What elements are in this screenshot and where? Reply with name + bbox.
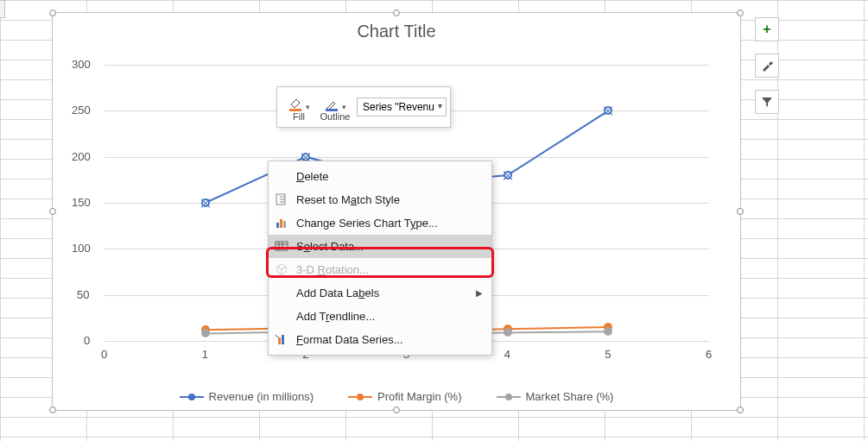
ctx-add-data-labels[interactable]: Add Data Labels ▶	[269, 281, 491, 305]
legend-label: Market Share (%)	[526, 390, 614, 403]
chart-styles-button[interactable]	[755, 54, 779, 78]
y-tick-label: 0	[84, 334, 90, 347]
chart-elements-button[interactable]: +	[755, 17, 779, 41]
resize-handle[interactable]	[49, 9, 56, 16]
bar-chart-icon	[274, 215, 289, 230]
ctx-add-trendline[interactable]: Add Trendline...	[269, 305, 491, 328]
legend[interactable]: Revenue (in millions) Profit Margin (%) …	[53, 390, 740, 403]
x-tick-label: 6	[706, 348, 712, 361]
format-series-icon	[274, 331, 289, 347]
series-selector[interactable]: Series "Revenu	[357, 98, 447, 117]
ctx-label: Add Trendline...	[296, 310, 375, 323]
ctx-reset-style[interactable]: Reset to Match Style	[269, 188, 491, 211]
ctx-change-chart-type[interactable]: Change Series Chart Type...	[269, 211, 491, 235]
resize-handle[interactable]	[393, 9, 400, 16]
ctx-format-data-series[interactable]: Format Data Series...	[269, 328, 491, 351]
x-tick-label: 0	[101, 348, 107, 361]
reset-icon	[274, 192, 289, 207]
outline-button[interactable]: ▾ Outline	[317, 91, 353, 123]
data-point-revenue[interactable]	[201, 198, 210, 207]
plus-icon: +	[763, 22, 770, 37]
context-menu: Delete Reset to Match Style Change Serie…	[268, 161, 492, 356]
ctx-3d-rotation: 3-D Rotation...	[269, 258, 491, 281]
svg-rect-6	[276, 242, 288, 250]
data-point-share[interactable]	[201, 329, 210, 337]
resize-handle[interactable]	[49, 406, 56, 413]
ctx-label: Delete	[296, 170, 329, 183]
legend-marker-icon	[348, 396, 372, 398]
legend-marker-icon	[497, 396, 521, 398]
column-header-fragment: re (%)	[0, 0, 5, 18]
outline-label: Outline	[319, 111, 352, 122]
svg-rect-7	[278, 337, 281, 344]
resize-handle[interactable]	[737, 208, 744, 215]
data-point-revenue[interactable]	[604, 106, 612, 115]
fill-label: Fill	[282, 111, 315, 122]
chart-title[interactable]: Chart Title	[53, 22, 740, 41]
legend-item-share[interactable]: Market Share (%)	[497, 390, 614, 403]
svg-rect-8	[282, 335, 284, 344]
mini-toolbar: ▾ Fill ▾ Outline Series "Revenu	[276, 86, 451, 128]
select-data-icon	[274, 238, 289, 254]
legend-item-profit[interactable]: Profit Margin (%)	[348, 390, 462, 403]
fill-button[interactable]: ▾ Fill	[281, 91, 317, 123]
submenu-arrow-icon: ▶	[476, 288, 483, 298]
y-tick-label: 250	[72, 104, 91, 117]
pen-icon: ▾	[319, 92, 352, 111]
ctx-label: Add Data Labels	[296, 287, 379, 299]
filter-icon	[760, 95, 774, 109]
x-tick-label: 4	[504, 348, 510, 361]
y-tick-label: 300	[72, 58, 91, 71]
series-selector-text: Series "Revenu	[363, 101, 434, 113]
data-point-share[interactable]	[604, 327, 612, 336]
legend-marker-icon	[180, 396, 204, 398]
y-tick-label: 50	[77, 288, 89, 301]
y-tick-label: 100	[72, 242, 91, 255]
ctx-label: Format Data Series...	[296, 333, 403, 346]
legend-label: Profit Margin (%)	[377, 390, 462, 403]
data-point-revenue[interactable]	[504, 171, 512, 180]
svg-rect-3	[276, 223, 279, 228]
ctx-label: Reset to Match Style	[296, 193, 400, 206]
resize-handle[interactable]	[49, 208, 56, 215]
chart-filters-button[interactable]	[755, 90, 779, 114]
ctx-select-data[interactable]: Select Data...	[269, 235, 491, 258]
x-tick-label: 1	[202, 348, 208, 361]
svg-rect-4	[280, 219, 282, 228]
legend-item-revenue[interactable]: Revenue (in millions)	[180, 390, 314, 403]
paint-bucket-icon: ▾	[282, 92, 315, 111]
data-point-share[interactable]	[504, 328, 512, 337]
ctx-label: Change Series Chart Type...	[296, 217, 438, 230]
cube-icon	[274, 261, 289, 277]
resize-handle[interactable]	[737, 9, 744, 16]
ctx-delete[interactable]: Delete	[269, 165, 491, 188]
legend-label: Revenue (in millions)	[209, 390, 314, 403]
brush-icon	[760, 59, 774, 72]
y-tick-label: 200	[72, 150, 91, 163]
resize-handle[interactable]	[737, 406, 744, 413]
resize-handle[interactable]	[393, 406, 400, 413]
x-tick-label: 5	[605, 348, 611, 361]
svg-rect-5	[283, 221, 286, 228]
y-tick-label: 150	[72, 196, 91, 209]
ctx-label: 3-D Rotation...	[296, 263, 369, 276]
ctx-label: Select Data...	[296, 240, 364, 253]
